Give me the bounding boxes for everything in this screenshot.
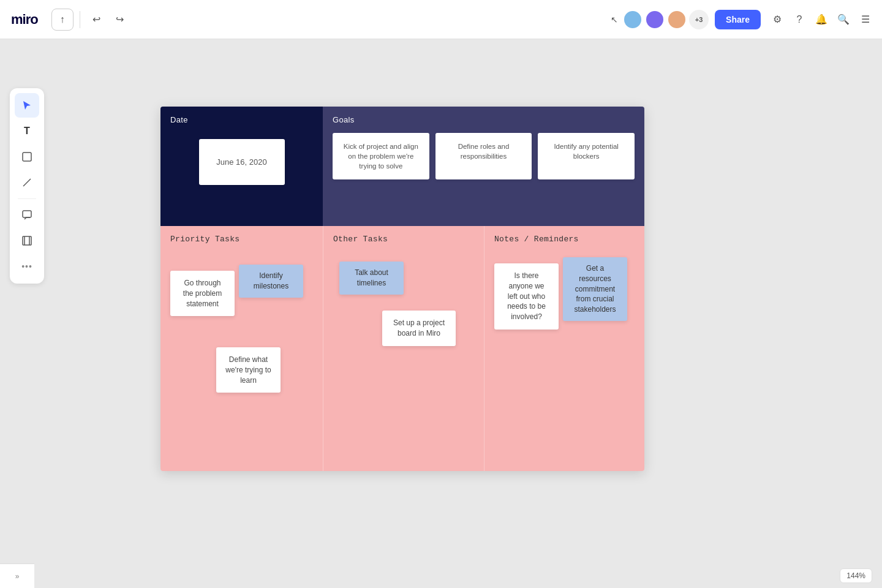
settings-button[interactable]: ⚙ [767,9,788,30]
goal-card-3: Identify any potential blockers [538,133,635,179]
svg-rect-3 [23,236,31,245]
other-column: Other Tasks Talk about timelines Set up … [323,226,484,471]
notes-area: Is there anyone we left out who needs to… [494,252,635,454]
avatar-2[interactable] [645,10,665,29]
date-section-title: Date [170,115,313,124]
notes-note-2[interactable]: Get a resources commitment from crucial … [563,257,627,321]
priority-note-2[interactable]: Identify milestones [239,265,303,298]
goals-row: Kick of project and align on the problem… [333,133,635,179]
priority-tasks-area: Go through the problem statement Identif… [170,252,313,454]
left-toolbar: T ••• [10,88,44,284]
zoom-level-indicator[interactable]: 144% [840,568,872,583]
date-column: Date June 16, 2020 [160,107,323,226]
other-note-1[interactable]: Talk about timelines [339,262,404,295]
other-section-title: Other Tasks [333,235,474,244]
expand-icon: » [15,572,20,581]
priority-note-1[interactable]: Go through the problem statement [170,271,235,316]
upload-icon: ↑ [60,14,65,25]
board: Date June 16, 2020 Goals Kick of project… [160,107,644,471]
undo-redo-group: ↩ ↪ [86,9,130,30]
line-tool[interactable] [15,170,39,195]
search-button[interactable]: 🔍 [833,9,854,30]
bottom-bar: » 144% [0,564,882,588]
right-icons: ⚙ ? 🔔 🔍 ☰ [767,9,876,30]
select-tool[interactable] [15,93,39,118]
priority-section-title: Priority Tasks [170,235,313,244]
date-value: June 16, 2020 [216,157,266,167]
goal-card-2: Define roles and responsibilities [435,133,532,179]
board-bottom: Priority Tasks Go through the problem st… [160,226,644,471]
text-tool[interactable]: T [15,119,39,143]
more-tools-button[interactable]: ••• [15,254,39,279]
miro-logo: miro [11,12,38,28]
collaborators-area: ↖ +3 [611,10,709,29]
cursor-icon: ↖ [611,15,618,24]
notes-note-1[interactable]: Is there anyone we left out who needs to… [494,263,559,330]
upload-button[interactable]: ↑ [51,9,74,31]
notes-section-title: Notes / Reminders [494,235,635,244]
topbar: miro ↑ ↩ ↪ ↖ +3 Share ⚙ ? 🔔 🔍 ☰ [0,0,882,39]
expand-sidebar-button[interactable]: » [0,564,34,588]
notifications-button[interactable]: 🔔 [811,9,832,30]
board-top: Date June 16, 2020 Goals Kick of project… [160,107,644,226]
share-button[interactable]: Share [715,10,761,29]
other-note-2[interactable]: Set up a project board in Miro [382,311,456,346]
help-button[interactable]: ? [789,9,810,30]
avatar-1[interactable] [623,10,643,29]
more-users-badge[interactable]: +3 [689,10,709,29]
canvas[interactable]: T ••• Date June 16, 2020 [0,39,882,588]
undo-button[interactable]: ↩ [86,9,107,30]
priority-column: Priority Tasks Go through the problem st… [160,226,323,471]
svg-line-1 [23,179,31,186]
goal-card-1: Kick of project and align on the problem… [333,133,429,179]
divider [80,11,80,28]
other-tasks-area: Talk about timelines Set up a project bo… [333,252,474,454]
menu-button[interactable]: ☰ [855,9,876,30]
note-tool[interactable] [15,145,39,169]
goals-column: Goals Kick of project and align on the p… [323,107,644,226]
redo-button[interactable]: ↪ [110,9,130,30]
avatar-3[interactable] [667,10,687,29]
frame-tool[interactable] [15,228,39,253]
comment-tool[interactable] [15,203,39,227]
date-card: June 16, 2020 [199,139,285,185]
priority-note-3[interactable]: Define what we're trying to learn [216,347,281,393]
notes-column: Notes / Reminders Is there anyone we lef… [484,226,644,471]
toolbar-divider [18,198,36,199]
svg-rect-0 [23,153,31,161]
svg-rect-2 [23,211,31,217]
goals-section-title: Goals [333,115,635,124]
